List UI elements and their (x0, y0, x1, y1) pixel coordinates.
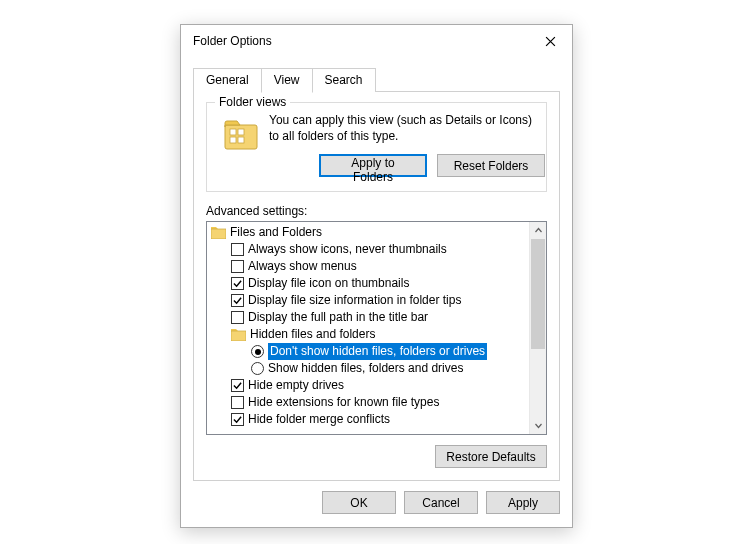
tree-label: Always show menus (248, 258, 357, 275)
radio-icon (251, 345, 264, 358)
checkbox-icon (231, 243, 244, 256)
tree-label: Show hidden files, folders and drives (268, 360, 463, 377)
option-always-show-menus[interactable]: Always show menus (211, 258, 529, 275)
folder-views-legend: Folder views (215, 95, 290, 109)
svg-rect-4 (238, 137, 244, 143)
window-title: Folder Options (193, 34, 528, 48)
tabs-area: General View Search Folder views (181, 57, 572, 481)
tree-label: Display file size information in folder … (248, 292, 461, 309)
svg-rect-6 (231, 331, 246, 341)
scroll-down-button[interactable] (530, 417, 546, 434)
checkbox-icon (231, 260, 244, 273)
tab-search[interactable]: Search (312, 68, 376, 92)
scroll-thumb[interactable] (531, 239, 545, 349)
apply-to-folders-button[interactable]: Apply to Folders (319, 154, 427, 177)
option-show-hidden[interactable]: Show hidden files, folders and drives (211, 360, 529, 377)
ok-button[interactable]: OK (322, 491, 396, 514)
scroll-track[interactable] (530, 239, 546, 417)
svg-rect-1 (230, 129, 236, 135)
tree-label: Hide empty drives (248, 377, 344, 394)
checkbox-icon (231, 396, 244, 409)
option-hide-empty-drives[interactable]: Hide empty drives (211, 377, 529, 394)
tabstrip: General View Search (193, 67, 560, 92)
option-file-icon-thumbnails[interactable]: Display file icon on thumbnails (211, 275, 529, 292)
checkbox-icon (231, 311, 244, 324)
tab-view[interactable]: View (261, 68, 313, 93)
folder-icon (231, 328, 246, 341)
tree-label: Hide extensions for known file types (248, 394, 439, 411)
chevron-down-icon (535, 422, 542, 429)
advanced-settings-label: Advanced settings: (206, 204, 547, 218)
option-dont-show-hidden[interactable]: Don't show hidden files, folders or driv… (211, 343, 529, 360)
radio-icon (251, 362, 264, 375)
advanced-settings-tree: Files and Folders Always show icons, nev… (206, 221, 547, 435)
svg-rect-2 (238, 129, 244, 135)
group-hidden-files[interactable]: Hidden files and folders (211, 326, 529, 343)
cancel-button[interactable]: Cancel (404, 491, 478, 514)
checkbox-icon (231, 379, 244, 392)
folder-icon (211, 226, 226, 239)
option-hide-extensions[interactable]: Hide extensions for known file types (211, 394, 529, 411)
restore-defaults-button[interactable]: Restore Defaults (435, 445, 547, 468)
tree-label: Files and Folders (230, 224, 322, 241)
checkbox-icon (231, 294, 244, 307)
folder-views-icon (223, 117, 259, 153)
svg-rect-5 (211, 229, 226, 239)
chevron-up-icon (535, 227, 542, 234)
vertical-scrollbar[interactable] (529, 222, 546, 434)
tree-label: Don't show hidden files, folders or driv… (268, 343, 487, 360)
tree-label: Display file icon on thumbnails (248, 275, 409, 292)
checkbox-icon (231, 277, 244, 290)
tree-label: Display the full path in the title bar (248, 309, 428, 326)
tree-label: Hide folder merge conflicts (248, 411, 390, 428)
reset-folders-button[interactable]: Reset Folders (437, 154, 545, 177)
checkbox-icon (231, 413, 244, 426)
option-full-path-titlebar[interactable]: Display the full path in the title bar (211, 309, 529, 326)
scroll-up-button[interactable] (530, 222, 546, 239)
close-icon (545, 36, 556, 47)
folder-options-dialog: Folder Options General View Search Folde… (180, 24, 573, 528)
folder-views-group: Folder views You can apply thi (206, 102, 547, 192)
tree-body[interactable]: Files and Folders Always show icons, nev… (207, 222, 529, 434)
titlebar: Folder Options (181, 25, 572, 57)
tab-general[interactable]: General (193, 68, 262, 92)
tree-label: Always show icons, never thumbnails (248, 241, 447, 258)
folder-views-description: You can apply this view (such as Details… (269, 113, 545, 144)
tree-root-files-folders[interactable]: Files and Folders (211, 224, 529, 241)
apply-button[interactable]: Apply (486, 491, 560, 514)
close-button[interactable] (528, 26, 572, 56)
option-hide-merge-conflicts[interactable]: Hide folder merge conflicts (211, 411, 529, 428)
tabpage-view: Folder views You can apply thi (193, 91, 560, 481)
tree-label: Hidden files and folders (250, 326, 375, 343)
option-always-show-icons[interactable]: Always show icons, never thumbnails (211, 241, 529, 258)
option-file-size-tips[interactable]: Display file size information in folder … (211, 292, 529, 309)
dialog-button-row: OK Cancel Apply (181, 481, 572, 526)
svg-rect-3 (230, 137, 236, 143)
